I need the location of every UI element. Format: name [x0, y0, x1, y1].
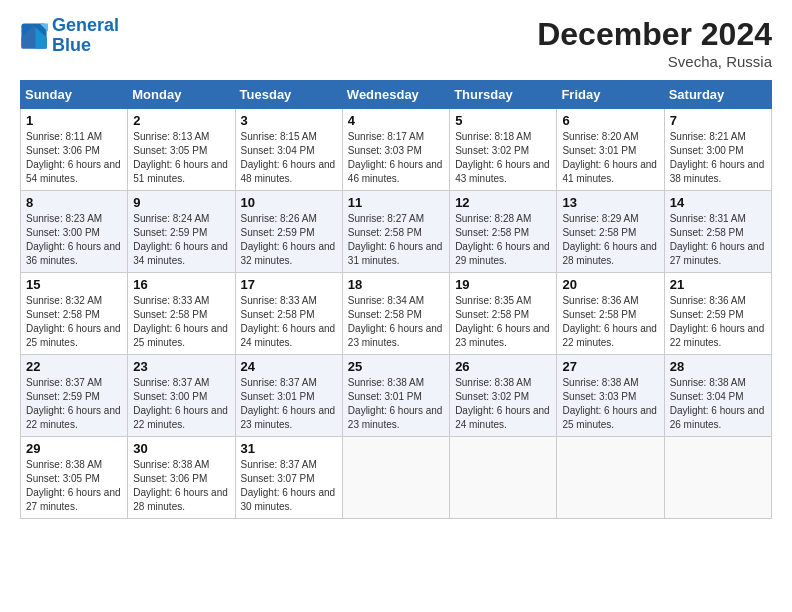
calendar-cell [557, 437, 664, 519]
cell-info: Sunrise: 8:15 AMSunset: 3:04 PMDaylight:… [241, 131, 336, 184]
logo-line1: General [52, 15, 119, 35]
calendar-cell: 21Sunrise: 8:36 AMSunset: 2:59 PMDayligh… [664, 273, 771, 355]
col-sunday: Sunday [21, 81, 128, 109]
calendar-cell [450, 437, 557, 519]
day-number: 1 [26, 113, 122, 128]
day-number: 4 [348, 113, 444, 128]
cell-info: Sunrise: 8:38 AMSunset: 3:01 PMDaylight:… [348, 377, 443, 430]
col-friday: Friday [557, 81, 664, 109]
week-row-1: 1Sunrise: 8:11 AMSunset: 3:06 PMDaylight… [21, 109, 772, 191]
cell-info: Sunrise: 8:33 AMSunset: 2:58 PMDaylight:… [133, 295, 228, 348]
cell-info: Sunrise: 8:28 AMSunset: 2:58 PMDaylight:… [455, 213, 550, 266]
calendar-cell: 25Sunrise: 8:38 AMSunset: 3:01 PMDayligh… [342, 355, 449, 437]
cell-info: Sunrise: 8:13 AMSunset: 3:05 PMDaylight:… [133, 131, 228, 184]
cell-info: Sunrise: 8:27 AMSunset: 2:58 PMDaylight:… [348, 213, 443, 266]
day-number: 27 [562, 359, 658, 374]
calendar-cell [664, 437, 771, 519]
col-wednesday: Wednesday [342, 81, 449, 109]
cell-info: Sunrise: 8:11 AMSunset: 3:06 PMDaylight:… [26, 131, 121, 184]
calendar-cell: 11Sunrise: 8:27 AMSunset: 2:58 PMDayligh… [342, 191, 449, 273]
cell-info: Sunrise: 8:38 AMSunset: 3:05 PMDaylight:… [26, 459, 121, 512]
cell-info: Sunrise: 8:38 AMSunset: 3:03 PMDaylight:… [562, 377, 657, 430]
col-tuesday: Tuesday [235, 81, 342, 109]
day-number: 31 [241, 441, 337, 456]
calendar-cell: 8Sunrise: 8:23 AMSunset: 3:00 PMDaylight… [21, 191, 128, 273]
cell-info: Sunrise: 8:26 AMSunset: 2:59 PMDaylight:… [241, 213, 336, 266]
calendar-cell: 30Sunrise: 8:38 AMSunset: 3:06 PMDayligh… [128, 437, 235, 519]
calendar-cell: 5Sunrise: 8:18 AMSunset: 3:02 PMDaylight… [450, 109, 557, 191]
week-row-4: 22Sunrise: 8:37 AMSunset: 2:59 PMDayligh… [21, 355, 772, 437]
cell-info: Sunrise: 8:37 AMSunset: 3:07 PMDaylight:… [241, 459, 336, 512]
calendar-cell: 9Sunrise: 8:24 AMSunset: 2:59 PMDaylight… [128, 191, 235, 273]
calendar-cell: 28Sunrise: 8:38 AMSunset: 3:04 PMDayligh… [664, 355, 771, 437]
cell-info: Sunrise: 8:21 AMSunset: 3:00 PMDaylight:… [670, 131, 765, 184]
calendar-cell: 20Sunrise: 8:36 AMSunset: 2:58 PMDayligh… [557, 273, 664, 355]
col-monday: Monday [128, 81, 235, 109]
col-saturday: Saturday [664, 81, 771, 109]
day-number: 13 [562, 195, 658, 210]
cell-info: Sunrise: 8:37 AMSunset: 2:59 PMDaylight:… [26, 377, 121, 430]
cell-info: Sunrise: 8:31 AMSunset: 2:58 PMDaylight:… [670, 213, 765, 266]
logo-line2: Blue [52, 35, 91, 55]
day-number: 7 [670, 113, 766, 128]
calendar-cell: 7Sunrise: 8:21 AMSunset: 3:00 PMDaylight… [664, 109, 771, 191]
cell-info: Sunrise: 8:34 AMSunset: 2:58 PMDaylight:… [348, 295, 443, 348]
calendar-cell: 10Sunrise: 8:26 AMSunset: 2:59 PMDayligh… [235, 191, 342, 273]
day-number: 22 [26, 359, 122, 374]
location: Svecha, Russia [537, 53, 772, 70]
calendar-cell: 6Sunrise: 8:20 AMSunset: 3:01 PMDaylight… [557, 109, 664, 191]
calendar-cell: 24Sunrise: 8:37 AMSunset: 3:01 PMDayligh… [235, 355, 342, 437]
title-block: December 2024 Svecha, Russia [537, 16, 772, 70]
cell-info: Sunrise: 8:37 AMSunset: 3:00 PMDaylight:… [133, 377, 228, 430]
calendar-cell: 17Sunrise: 8:33 AMSunset: 2:58 PMDayligh… [235, 273, 342, 355]
day-number: 20 [562, 277, 658, 292]
calendar-cell: 1Sunrise: 8:11 AMSunset: 3:06 PMDaylight… [21, 109, 128, 191]
cell-info: Sunrise: 8:37 AMSunset: 3:01 PMDaylight:… [241, 377, 336, 430]
cell-info: Sunrise: 8:38 AMSunset: 3:06 PMDaylight:… [133, 459, 228, 512]
calendar-cell: 16Sunrise: 8:33 AMSunset: 2:58 PMDayligh… [128, 273, 235, 355]
calendar-table: Sunday Monday Tuesday Wednesday Thursday… [20, 80, 772, 519]
header-row: Sunday Monday Tuesday Wednesday Thursday… [21, 81, 772, 109]
cell-info: Sunrise: 8:17 AMSunset: 3:03 PMDaylight:… [348, 131, 443, 184]
week-row-3: 15Sunrise: 8:32 AMSunset: 2:58 PMDayligh… [21, 273, 772, 355]
day-number: 17 [241, 277, 337, 292]
day-number: 5 [455, 113, 551, 128]
week-row-5: 29Sunrise: 8:38 AMSunset: 3:05 PMDayligh… [21, 437, 772, 519]
calendar-cell: 3Sunrise: 8:15 AMSunset: 3:04 PMDaylight… [235, 109, 342, 191]
cell-info: Sunrise: 8:38 AMSunset: 3:04 PMDaylight:… [670, 377, 765, 430]
calendar-cell: 23Sunrise: 8:37 AMSunset: 3:00 PMDayligh… [128, 355, 235, 437]
day-number: 15 [26, 277, 122, 292]
cell-info: Sunrise: 8:29 AMSunset: 2:58 PMDaylight:… [562, 213, 657, 266]
calendar-cell [342, 437, 449, 519]
cell-info: Sunrise: 8:24 AMSunset: 2:59 PMDaylight:… [133, 213, 228, 266]
day-number: 19 [455, 277, 551, 292]
calendar-cell: 13Sunrise: 8:29 AMSunset: 2:58 PMDayligh… [557, 191, 664, 273]
cell-info: Sunrise: 8:32 AMSunset: 2:58 PMDaylight:… [26, 295, 121, 348]
calendar-cell: 19Sunrise: 8:35 AMSunset: 2:58 PMDayligh… [450, 273, 557, 355]
day-number: 26 [455, 359, 551, 374]
calendar-cell: 18Sunrise: 8:34 AMSunset: 2:58 PMDayligh… [342, 273, 449, 355]
day-number: 10 [241, 195, 337, 210]
day-number: 29 [26, 441, 122, 456]
calendar-cell: 4Sunrise: 8:17 AMSunset: 3:03 PMDaylight… [342, 109, 449, 191]
header: General Blue December 2024 Svecha, Russi… [20, 16, 772, 70]
day-number: 18 [348, 277, 444, 292]
calendar-cell: 15Sunrise: 8:32 AMSunset: 2:58 PMDayligh… [21, 273, 128, 355]
logo-text: General Blue [52, 16, 119, 56]
cell-info: Sunrise: 8:23 AMSunset: 3:00 PMDaylight:… [26, 213, 121, 266]
calendar-cell: 14Sunrise: 8:31 AMSunset: 2:58 PMDayligh… [664, 191, 771, 273]
day-number: 30 [133, 441, 229, 456]
day-number: 21 [670, 277, 766, 292]
cell-info: Sunrise: 8:18 AMSunset: 3:02 PMDaylight:… [455, 131, 550, 184]
cell-info: Sunrise: 8:36 AMSunset: 2:59 PMDaylight:… [670, 295, 765, 348]
day-number: 6 [562, 113, 658, 128]
day-number: 3 [241, 113, 337, 128]
cell-info: Sunrise: 8:35 AMSunset: 2:58 PMDaylight:… [455, 295, 550, 348]
day-number: 2 [133, 113, 229, 128]
day-number: 9 [133, 195, 229, 210]
calendar-cell: 26Sunrise: 8:38 AMSunset: 3:02 PMDayligh… [450, 355, 557, 437]
month-title: December 2024 [537, 16, 772, 53]
day-number: 23 [133, 359, 229, 374]
day-number: 16 [133, 277, 229, 292]
cell-info: Sunrise: 8:36 AMSunset: 2:58 PMDaylight:… [562, 295, 657, 348]
